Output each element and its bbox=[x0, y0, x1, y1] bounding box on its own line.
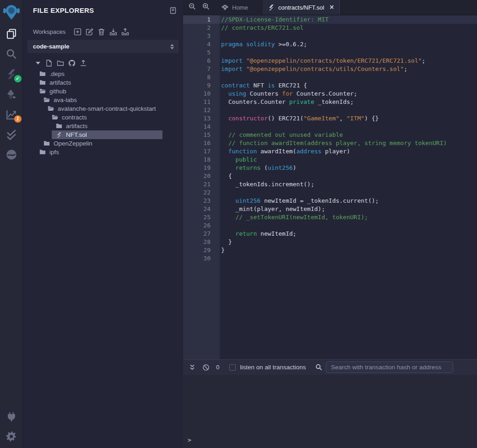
code-line[interactable]: uint256 newItemId = _tokenIds.current(); bbox=[220, 197, 477, 205]
terminal-collapse-icon[interactable] bbox=[189, 364, 196, 371]
code-line[interactable]: _tokenIds.increment(); bbox=[220, 180, 477, 189]
solidity-compiler-icon[interactable]: ✓ bbox=[5, 67, 18, 81]
terminal-clear-icon[interactable] bbox=[202, 364, 210, 371]
search-icon[interactable] bbox=[5, 47, 18, 61]
tree-item-label: artifacts bbox=[49, 79, 71, 86]
activity-bar: ✓ 1 bbox=[0, 0, 23, 448]
code-line[interactable]: } bbox=[220, 238, 477, 246]
plugin-manager-icon[interactable] bbox=[5, 410, 18, 423]
line-number: 8 bbox=[183, 73, 220, 81]
line-number: 28 bbox=[183, 238, 220, 246]
tree-item-openzeppelin[interactable]: OpenZeppelin bbox=[23, 139, 183, 148]
new-folder-icon[interactable] bbox=[57, 59, 64, 67]
code-line[interactable]: function awardItem(address player) bbox=[220, 147, 477, 156]
listen-transactions-checkbox[interactable] bbox=[229, 364, 236, 371]
static-analysis-icon[interactable]: 1 bbox=[5, 108, 18, 121]
line-number: 9 bbox=[183, 81, 220, 90]
download-workspaces-icon[interactable] bbox=[109, 28, 117, 36]
file-explorer-icon[interactable] bbox=[5, 27, 18, 41]
tree-item-artifacts[interactable]: artifacts bbox=[23, 78, 183, 87]
code-line[interactable]: // commented out unused variable bbox=[220, 131, 477, 139]
code-line[interactable]: _mint(player, newItemId); bbox=[220, 205, 477, 213]
code-line[interactable]: { bbox=[220, 172, 477, 180]
code-line[interactable] bbox=[220, 189, 477, 197]
tree-item-github[interactable]: github bbox=[23, 87, 183, 96]
tree-item-avalanche-smart-contract-quickstart[interactable]: avalanche-smart-contract-quickstart bbox=[23, 104, 183, 113]
workspace-select[interactable]: code-sample bbox=[27, 40, 179, 53]
unit-testing-icon[interactable] bbox=[5, 128, 18, 141]
line-number: 7 bbox=[183, 65, 220, 73]
code-line[interactable] bbox=[220, 254, 477, 263]
code-line[interactable]: // function awardItem(address player, st… bbox=[220, 139, 477, 147]
tree-item-label: contracts bbox=[62, 114, 87, 121]
line-number: 17 bbox=[183, 147, 220, 156]
code-line[interactable] bbox=[220, 73, 477, 81]
code-line[interactable]: Counters.Counter private _tokenIds; bbox=[220, 98, 477, 106]
code-line[interactable]: } bbox=[220, 246, 477, 254]
rename-workspace-icon[interactable] bbox=[86, 28, 93, 36]
editor-gutter[interactable]: 1234567891011121314151617181920212223242… bbox=[183, 15, 220, 359]
tab-contracts-nft-sol[interactable]: contracts/NFT.sol× bbox=[262, 0, 340, 15]
tree-item-ipfs[interactable]: ipfs bbox=[23, 148, 183, 157]
deploy-and-run-icon[interactable] bbox=[5, 87, 18, 101]
tab-home[interactable]: Home bbox=[216, 0, 254, 15]
code-editor[interactable]: 1234567891011121314151617181920212223242… bbox=[183, 15, 477, 359]
tree-item-nft-sol[interactable]: NFT.sol bbox=[23, 130, 183, 139]
code-line[interactable] bbox=[220, 221, 477, 230]
zoom-out-icon[interactable] bbox=[189, 3, 196, 12]
folder-closed-icon bbox=[39, 80, 46, 86]
tree-item-artifacts[interactable]: artifacts bbox=[23, 122, 183, 130]
code-line[interactable] bbox=[220, 106, 477, 114]
line-number: 25 bbox=[183, 213, 220, 221]
code-line[interactable]: // _setTokenURI(newItemId, tokenURI); bbox=[220, 213, 477, 221]
zoom-in-icon[interactable] bbox=[202, 3, 210, 12]
tree-item-contracts[interactable]: contracts bbox=[23, 113, 183, 122]
code-line[interactable] bbox=[220, 32, 477, 40]
code-line[interactable]: import "@openzeppelin/contracts/utils/Co… bbox=[220, 65, 477, 73]
folder-closed-icon bbox=[56, 123, 62, 129]
terminal-search-icon bbox=[315, 364, 322, 371]
github-clone-icon[interactable] bbox=[68, 59, 76, 67]
folder-closed-icon bbox=[39, 149, 46, 155]
file-tree-toolbar bbox=[23, 59, 183, 67]
code-line[interactable]: public bbox=[220, 156, 477, 164]
tree-item-ava-labs[interactable]: ava-labs bbox=[23, 96, 183, 104]
tree-item-label: artifacts bbox=[66, 123, 87, 130]
transaction-search-input[interactable] bbox=[326, 362, 453, 373]
collapse-tree-icon[interactable] bbox=[36, 62, 40, 65]
select-caret-icon bbox=[170, 44, 174, 49]
code-line[interactable]: // contracts/ERC721.sol bbox=[220, 24, 477, 32]
editor-code[interactable]: //SPDX-License-Identifier: MIT// contrac… bbox=[220, 15, 477, 359]
code-line[interactable]: using Counters for Counters.Counter; bbox=[220, 90, 477, 98]
folder-open-icon bbox=[39, 88, 46, 94]
line-number: 21 bbox=[183, 180, 220, 189]
terminal-output[interactable]: > bbox=[183, 375, 477, 448]
code-line[interactable] bbox=[220, 123, 477, 131]
tab-label: contracts/NFT.sol bbox=[278, 4, 324, 11]
editor-area: Homecontracts/NFT.sol× 12345678910111213… bbox=[183, 0, 477, 448]
code-line[interactable]: import "@openzeppelin/contracts/token/ER… bbox=[220, 57, 477, 65]
compiler-success-badge: ✓ bbox=[14, 75, 22, 82]
new-file-icon[interactable] bbox=[45, 59, 53, 67]
delete-workspace-icon[interactable] bbox=[98, 28, 105, 36]
folder-closed-icon bbox=[39, 71, 46, 77]
code-line[interactable] bbox=[220, 49, 477, 57]
upload-file-icon[interactable] bbox=[80, 59, 87, 67]
settings-icon[interactable] bbox=[5, 430, 18, 443]
terminal-toolbar: 0 listen on all transactions bbox=[183, 360, 477, 375]
docs-book-icon[interactable] bbox=[169, 7, 177, 14]
code-line[interactable]: //SPDX-License-Identifier: MIT bbox=[220, 16, 477, 24]
sourcify-icon[interactable] bbox=[5, 148, 18, 162]
code-line[interactable]: pragma solidity >=0.6.2; bbox=[220, 40, 477, 49]
code-line[interactable]: contract NFT is ERC721 { bbox=[220, 81, 477, 90]
close-tab-icon[interactable]: × bbox=[330, 3, 334, 11]
line-number: 27 bbox=[183, 230, 220, 238]
line-number: 15 bbox=[183, 131, 220, 139]
tree-item--deps[interactable]: .deps bbox=[23, 70, 183, 78]
code-line[interactable]: constructor() ERC721("GameItem", "ITM") … bbox=[220, 114, 477, 123]
code-line[interactable]: return newItemId; bbox=[220, 230, 477, 238]
create-workspace-icon[interactable] bbox=[74, 28, 81, 36]
restore-workspaces-icon[interactable] bbox=[121, 28, 129, 36]
solidity-icon bbox=[56, 132, 62, 138]
code-line[interactable]: returns (uint256) bbox=[220, 164, 477, 172]
